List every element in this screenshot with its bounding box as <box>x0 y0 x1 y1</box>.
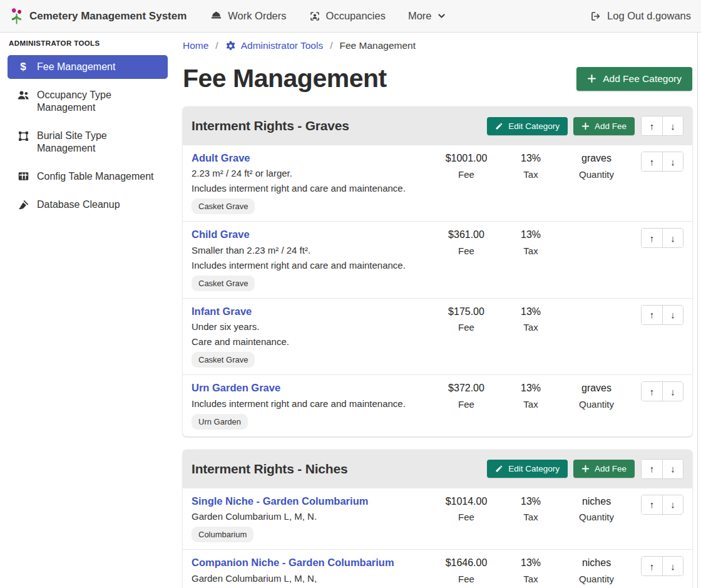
move-up-button[interactable]: ↑ <box>642 306 662 324</box>
fee-name-link[interactable]: Companion Niche - Garden Columbarium <box>192 556 394 569</box>
fee-amount-label: Fee <box>433 245 499 256</box>
category-title: Interment Rights - Graves <box>192 118 481 133</box>
fee-name-link[interactable]: Adult Grave <box>192 152 250 165</box>
fee-row: Single Niche - Garden Columbarium Garden… <box>183 488 692 549</box>
fee-quantity-label: Quantity <box>562 399 631 410</box>
category-body: Single Niche - Garden Columbarium Garden… <box>183 488 692 588</box>
plus-icon <box>587 74 596 83</box>
fee-quantity: niches <box>562 495 631 508</box>
vector-square-icon <box>16 130 30 142</box>
move-up-button[interactable]: ↑ <box>642 229 662 247</box>
fee-badge: Casket Grave <box>192 352 255 368</box>
breadcrumb-separator: / <box>330 40 332 51</box>
move-down-button[interactable]: ↓ <box>662 116 683 135</box>
fee-descriptions: 2.23 m² / 24 ft² or larger.Includes inte… <box>192 167 433 195</box>
move-down-button[interactable]: ↓ <box>662 460 683 478</box>
category-reorder-controls: ↑ ↓ <box>641 459 683 479</box>
fee-amount-column: $1014.00 Fee <box>433 495 499 523</box>
breadcrumb-home-link[interactable]: Home <box>183 40 208 51</box>
fee-name-link[interactable]: Infant Grave <box>192 305 252 318</box>
fee-name-link[interactable]: Urn Garden Grave <box>192 381 280 395</box>
chevron-down-icon <box>437 12 446 20</box>
fee-description: 2.23 m² / 24 ft² or larger. <box>192 167 433 180</box>
add-fee-label: Add Fee <box>595 464 627 473</box>
fee-tax: 13% <box>499 381 562 395</box>
add-fee-button[interactable]: Add Fee <box>573 460 635 478</box>
fee-quantity-column <box>562 228 631 232</box>
fee-amount-label: Fee <box>433 399 499 410</box>
fee-name-link[interactable]: Single Niche - Garden Columbarium <box>192 495 368 508</box>
logout-icon <box>590 11 601 22</box>
breadcrumb-admin-tools-link[interactable]: Administrator Tools <box>225 40 324 51</box>
move-up-button[interactable]: ↑ <box>642 557 662 575</box>
fee-description: Care and maintenance. <box>192 335 433 348</box>
fee-quantity-column: graves Quantity <box>562 381 631 410</box>
fee-amount-label: Fee <box>433 322 499 333</box>
move-up-button[interactable]: ↑ <box>642 495 662 514</box>
fee-badge: Casket Grave <box>192 199 255 214</box>
fee-quantity-label: Quantity <box>562 512 631 522</box>
pencil-icon <box>495 122 503 130</box>
pencil-icon <box>495 465 503 473</box>
move-down-button[interactable]: ↓ <box>662 229 683 247</box>
nav-more[interactable]: More <box>408 10 446 22</box>
fee-amount-label: Fee <box>433 574 499 584</box>
move-up-button[interactable]: ↑ <box>642 116 662 135</box>
breadcrumb: Home / Administrator Tools / Fee Managem… <box>183 40 692 51</box>
move-down-button[interactable]: ↓ <box>662 382 683 401</box>
add-fee-category-button[interactable]: Add Fee Category <box>576 67 692 91</box>
fee-amount: $175.00 <box>433 305 499 319</box>
sidebar-items: $ Fee Management Occupancy Type Manageme… <box>8 55 168 217</box>
sidebar-heading: ADMINISTRATOR TOOLS <box>9 39 166 47</box>
fee-amount-column: $1001.00 Fee <box>433 152 499 180</box>
fee-row: Infant Grave Under six years.Care and ma… <box>183 298 692 374</box>
move-down-button[interactable]: ↓ <box>662 306 683 324</box>
fee-tax-label: Tax <box>499 399 562 410</box>
fee-reorder-controls: ↑ ↓ <box>641 152 683 172</box>
add-fee-button[interactable]: Add Fee <box>573 117 635 135</box>
fee-amount-label: Fee <box>433 512 499 522</box>
fee-name-link[interactable]: Child Grave <box>192 228 250 241</box>
move-up-button[interactable]: ↑ <box>642 460 662 478</box>
add-fee-label: Add Fee <box>595 121 627 131</box>
logout-label: Log Out d.gowans <box>607 10 691 22</box>
fee-reorder-controls: ↑ ↓ <box>641 381 683 401</box>
fee-descriptions: Under six years.Care and maintenance. <box>192 320 433 348</box>
sidebar-item-fee-management[interactable]: $ Fee Management <box>8 55 168 79</box>
fee-main: Single Niche - Garden Columbarium Garden… <box>192 495 433 542</box>
move-down-button[interactable]: ↓ <box>662 557 683 575</box>
fee-main: Companion Niche - Garden Columbarium Gar… <box>192 556 433 588</box>
app-brand[interactable]: Cemetery Management System <box>10 8 187 24</box>
gear-icon <box>225 41 236 51</box>
move-up-button[interactable]: ↑ <box>642 152 662 171</box>
fee-description: Under six years. <box>192 320 433 333</box>
edit-category-label: Edit Category <box>508 464 560 473</box>
sidebar-item-occupancy-type-management[interactable]: Occupancy Type Management <box>8 83 168 120</box>
fee-tax-label: Tax <box>499 245 562 256</box>
fee-amount: $372.00 <box>433 381 499 395</box>
fee-descriptions: Garden Columbarium L, M, N, <box>192 572 433 585</box>
hardhat-icon <box>210 11 222 21</box>
fee-amount-column: $1646.00 Fee <box>433 556 499 584</box>
fee-tax: 13% <box>499 305 562 319</box>
move-up-button[interactable]: ↑ <box>642 382 662 401</box>
edit-category-button[interactable]: Edit Category <box>487 117 568 135</box>
fee-tax-label: Tax <box>499 512 562 522</box>
people-icon <box>16 90 30 101</box>
move-down-button[interactable]: ↓ <box>662 152 683 171</box>
fee-badge: Urn Garden <box>192 414 248 430</box>
fee-quantity-column <box>562 305 631 309</box>
nav-occupancies[interactable]: Occupancies <box>309 10 386 22</box>
edit-category-label: Edit Category <box>508 121 560 131</box>
logout-button[interactable]: Log Out d.gowans <box>590 10 691 22</box>
fee-tax-label: Tax <box>499 322 562 333</box>
sidebar-item-burial-site-type-management[interactable]: Burial Site Type Management <box>8 124 168 160</box>
edit-category-button[interactable]: Edit Category <box>487 460 568 478</box>
fee-tax-label: Tax <box>499 169 562 180</box>
sidebar-item-config-table-management[interactable]: Config Table Management <box>8 165 168 188</box>
move-down-button[interactable]: ↓ <box>662 495 683 514</box>
categories: Interment Rights - Graves Edit Category … <box>183 106 692 588</box>
nav-work-orders[interactable]: Work Orders <box>210 10 286 22</box>
sidebar-item-database-cleanup[interactable]: Database Cleanup <box>8 193 168 217</box>
fee-reorder-controls: ↑ ↓ <box>641 556 683 576</box>
